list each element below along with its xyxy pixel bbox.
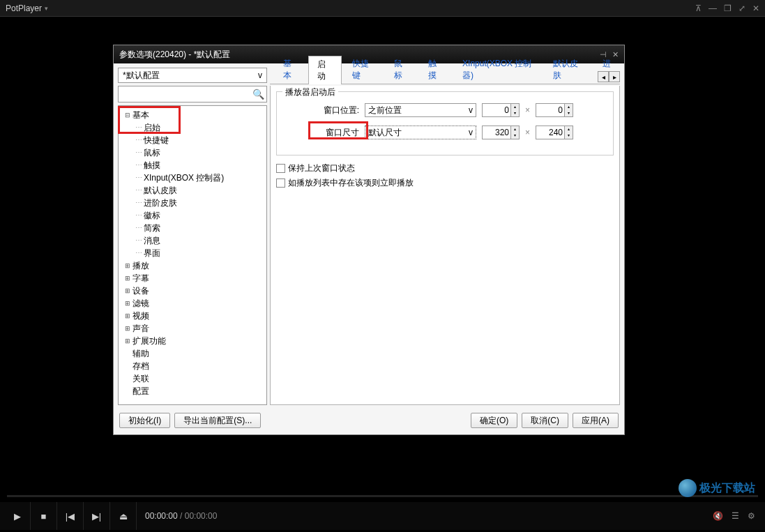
category-tree[interactable]: ⊟ 基本 ⋯启始⋯快捷键⋯鼠标⋯触摸⋯XInput(XBOX 控制器)⋯默认皮肤… bbox=[118, 105, 267, 405]
tree-item[interactable]: ⋯快捷键 bbox=[120, 134, 265, 146]
player-controls: ▶ ■ |◀ ▶| ⏏ 00:00:00 / 00:00:00 🔇 ☰ ⚙ bbox=[0, 502, 765, 530]
ok-button[interactable]: 确定(O) bbox=[471, 413, 517, 428]
tree-node[interactable]: ⊞设备 bbox=[120, 284, 265, 297]
tree-node-basic[interactable]: ⊟ 基本 bbox=[120, 109, 265, 121]
tab-scroll-left[interactable]: ◂ bbox=[598, 71, 609, 82]
play-button[interactable]: ▶ bbox=[4, 502, 31, 530]
window-size-select[interactable]: 默认尺寸v bbox=[365, 126, 476, 139]
seek-bar[interactable] bbox=[0, 491, 765, 502]
pos-x-input[interactable]: 0 ▴▾ bbox=[482, 103, 520, 117]
remember-window-checkbox[interactable]: 保持上次窗口状态 bbox=[276, 162, 614, 174]
tree-item[interactable]: ⋯默认皮肤 bbox=[120, 184, 265, 197]
expand-icon[interactable]: ⊞ bbox=[123, 347, 132, 360]
checkbox-icon bbox=[276, 164, 285, 173]
titlebar: PotPlayer ▾ ⊼ — ❐ ⤢ ✕ bbox=[0, 0, 765, 17]
tree-item[interactable]: ⋯简索 bbox=[120, 222, 265, 234]
expand-icon[interactable]: ⊞ bbox=[123, 335, 132, 347]
search-input[interactable]: 🔍 bbox=[118, 86, 267, 102]
startup-group: 播放器启动后 窗口位置: 之前位置v 0 ▴▾ × 0 ▴▾ bbox=[276, 91, 614, 155]
minimize-icon[interactable]: — bbox=[709, 3, 717, 13]
up-icon[interactable]: ▴ bbox=[564, 126, 573, 132]
prev-button[interactable]: |◀ bbox=[57, 502, 84, 530]
pos-y-input[interactable]: 0 ▴▾ bbox=[536, 103, 573, 117]
tree-node[interactable]: ⊞关联 bbox=[120, 372, 265, 385]
tree-item[interactable]: ⋯进阶皮肤 bbox=[120, 197, 265, 209]
expand-icon[interactable]: ⊞ bbox=[123, 259, 132, 272]
checkbox-icon bbox=[276, 178, 285, 188]
tab[interactable]: 鼠标 bbox=[385, 55, 418, 84]
expand-icon[interactable]: ⊞ bbox=[123, 322, 132, 335]
cancel-button[interactable]: 取消(C) bbox=[522, 413, 568, 428]
down-icon[interactable]: ▾ bbox=[564, 110, 573, 116]
up-icon[interactable]: ▴ bbox=[510, 104, 519, 110]
pin-icon[interactable]: ⊼ bbox=[695, 3, 702, 13]
tree-node[interactable]: ⊞滤镜 bbox=[120, 297, 265, 310]
settings-icon[interactable]: ⚙ bbox=[748, 511, 755, 521]
tree-item[interactable]: ⋯消息 bbox=[120, 234, 265, 247]
tree-node[interactable]: ⊞扩展功能 bbox=[120, 335, 265, 347]
tab[interactable]: 默认皮肤 bbox=[544, 55, 592, 84]
search-icon: 🔍 bbox=[252, 89, 264, 100]
app-title: PotPlayer bbox=[6, 3, 42, 13]
expand-icon[interactable]: ⊞ bbox=[123, 284, 132, 297]
multiply-icon: × bbox=[525, 105, 530, 115]
down-icon[interactable]: ▾ bbox=[510, 110, 519, 116]
tab[interactable]: XInput(XBOX 控制器) bbox=[453, 55, 543, 84]
close-icon[interactable]: ✕ bbox=[752, 3, 759, 13]
tree-item[interactable]: ⋯XInput(XBOX 控制器) bbox=[120, 172, 265, 184]
expand-icon[interactable]: ⊞ bbox=[123, 310, 132, 322]
group-title: 播放器启动后 bbox=[282, 86, 338, 98]
expand-icon[interactable]: ⊞ bbox=[123, 360, 132, 372]
tree-item[interactable]: ⋯启始 bbox=[120, 121, 265, 134]
tab-scroll-right[interactable]: ▸ bbox=[609, 71, 620, 82]
size-w-input[interactable]: 320 ▴▾ bbox=[482, 126, 520, 139]
tree-item[interactable]: ⋯界面 bbox=[120, 247, 265, 259]
apply-button[interactable]: 应用(A) bbox=[573, 413, 619, 428]
window-size-row: 窗口尺寸 默认尺寸v 320 ▴▾ × 240 ▴▾ bbox=[310, 126, 607, 139]
tree-node[interactable]: ⊞视频 bbox=[120, 310, 265, 322]
chevron-down-icon: v bbox=[258, 70, 262, 80]
tree-item[interactable]: ⋯触摸 bbox=[120, 159, 265, 172]
watermark: 极光下载站 bbox=[679, 479, 755, 497]
tree-node[interactable]: ⊞播放 bbox=[120, 259, 265, 272]
profile-select[interactable]: *默认配置 v bbox=[118, 68, 267, 83]
restore-icon[interactable]: ❐ bbox=[724, 3, 732, 13]
play-if-exists-checkbox[interactable]: 如播放列表中存在该项则立即播放 bbox=[276, 177, 614, 189]
window-position-label: 窗口位置: bbox=[310, 105, 359, 116]
up-icon[interactable]: ▴ bbox=[510, 126, 519, 132]
expand-icon[interactable]: ⊞ bbox=[123, 297, 132, 310]
fullscreen-icon[interactable]: ⤢ bbox=[739, 3, 745, 13]
tree-node[interactable]: ⊞辅助 bbox=[120, 347, 265, 360]
time-display: 00:00:00 / 00:00:00 bbox=[145, 511, 217, 521]
eject-button[interactable]: ⏏ bbox=[110, 502, 137, 530]
expand-icon[interactable]: ⊞ bbox=[123, 372, 132, 385]
tab[interactable]: 触摸 bbox=[419, 55, 452, 84]
tab[interactable]: 快捷键 bbox=[343, 55, 384, 84]
tree-node[interactable]: ⊞声音 bbox=[120, 322, 265, 335]
tree-node[interactable]: ⊞字幕 bbox=[120, 272, 265, 284]
up-icon[interactable]: ▴ bbox=[564, 104, 573, 110]
tree-item[interactable]: ⋯徽标 bbox=[120, 209, 265, 222]
down-icon[interactable]: ▾ bbox=[510, 132, 519, 139]
volume-icon[interactable]: 🔇 bbox=[713, 511, 723, 521]
tree-node[interactable]: ⊞存档 bbox=[120, 360, 265, 372]
stop-button[interactable]: ■ bbox=[31, 502, 57, 530]
size-h-input[interactable]: 240 ▴▾ bbox=[536, 126, 573, 139]
dialog-footer: 初始化(I) 导出当前配置(S)... 确定(O) 取消(C) 应用(A) bbox=[114, 409, 624, 432]
tab[interactable]: 基本 bbox=[274, 55, 307, 84]
next-button[interactable]: ▶| bbox=[84, 502, 110, 530]
window-position-select[interactable]: 之前位置v bbox=[365, 103, 476, 117]
playlist-icon[interactable]: ☰ bbox=[732, 511, 739, 521]
expand-icon[interactable]: ⊞ bbox=[123, 272, 132, 284]
chevron-down-icon[interactable]: ▾ bbox=[45, 5, 48, 12]
collapse-icon[interactable]: ⊟ bbox=[123, 109, 132, 121]
tree-node[interactable]: ⊞配置 bbox=[120, 385, 265, 397]
export-button[interactable]: 导出当前配置(S)... bbox=[174, 413, 261, 428]
tree-item[interactable]: ⋯鼠标 bbox=[120, 146, 265, 159]
reset-button[interactable]: 初始化(I) bbox=[119, 413, 170, 428]
down-icon[interactable]: ▾ bbox=[564, 132, 573, 139]
tab[interactable]: 启动 bbox=[308, 56, 341, 84]
globe-icon bbox=[679, 479, 697, 497]
expand-icon[interactable]: ⊞ bbox=[123, 385, 132, 397]
chevron-down-icon: v bbox=[469, 105, 473, 115]
